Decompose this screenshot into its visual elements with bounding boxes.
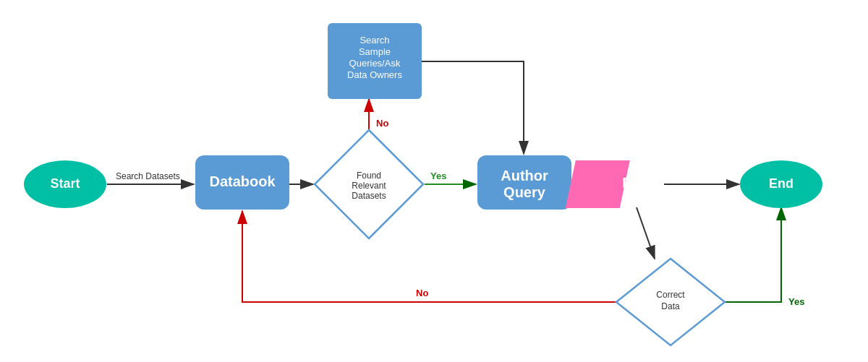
correct-data-label1: Correct: [656, 290, 685, 300]
label-search-datasets: Search Datasets: [116, 171, 180, 181]
found-relevant-label3: Datasets: [352, 191, 386, 201]
arrow-data-correct: [637, 207, 655, 259]
arrow-search-author: [422, 61, 524, 154]
data-label: Data: [622, 175, 654, 191]
databook-label: Databook: [209, 173, 276, 189]
correct-data-label2: Data: [661, 301, 680, 311]
author-query-label2: Query: [503, 184, 546, 200]
search-sample-label2: Sample: [359, 46, 391, 57]
arrow-correct-databook: [242, 211, 626, 302]
label-no-found: No: [376, 118, 388, 129]
label-yes-found: Yes: [430, 171, 446, 181]
author-query-label1: Author: [501, 168, 548, 184]
search-sample-label3: Queries/Ask: [349, 58, 401, 69]
search-sample-label4: Data Owners: [347, 69, 402, 80]
found-relevant-label2: Relevant: [352, 181, 386, 191]
data-node: [566, 160, 630, 208]
label-no-correct: No: [416, 288, 428, 298]
label-yes-correct: Yes: [788, 296, 804, 307]
arrow-correct-end: [715, 207, 781, 302]
end-label: End: [769, 176, 793, 191]
search-sample-label1: Search: [359, 35, 389, 46]
found-relevant-label1: Found: [357, 171, 381, 181]
start-label: Start: [50, 176, 80, 191]
